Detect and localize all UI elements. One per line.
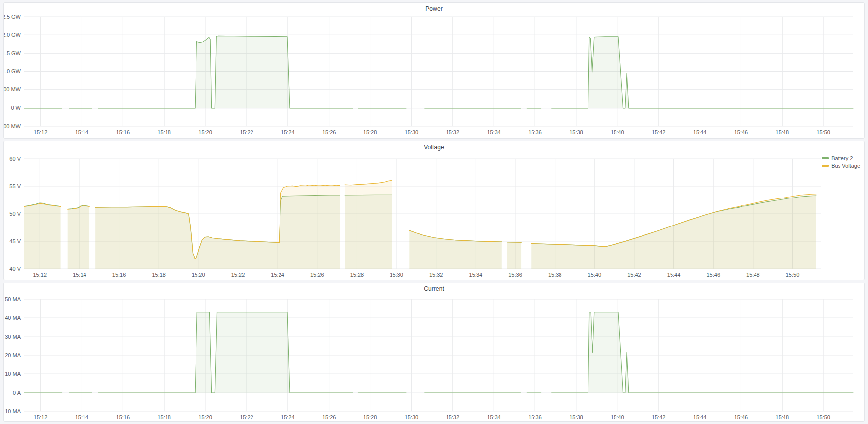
svg-text:15:48: 15:48: [776, 129, 789, 135]
svg-text:15:20: 15:20: [192, 272, 205, 278]
svg-text:15:18: 15:18: [157, 129, 171, 135]
svg-text:15:16: 15:16: [116, 414, 130, 420]
svg-text:15:34: 15:34: [487, 414, 501, 420]
svg-text:60 V: 60 V: [9, 156, 21, 162]
svg-text:15:28: 15:28: [364, 129, 377, 135]
legend-label: Battery 2: [831, 155, 853, 161]
svg-text:15:34: 15:34: [469, 272, 483, 278]
svg-text:15:38: 15:38: [548, 272, 562, 278]
svg-text:15:14: 15:14: [75, 414, 89, 420]
bus-voltage-swatch-icon: [822, 165, 829, 167]
svg-text:15:38: 15:38: [569, 414, 583, 420]
svg-text:1.0 GW: 1.0 GW: [4, 68, 21, 74]
svg-text:15:42: 15:42: [627, 272, 641, 278]
svg-text:15:14: 15:14: [73, 272, 86, 278]
svg-text:15:44: 15:44: [667, 272, 681, 278]
svg-text:50 MA: 50 MA: [5, 296, 21, 302]
svg-text:0 A: 0 A: [13, 390, 21, 396]
svg-text:15:18: 15:18: [157, 414, 171, 420]
svg-text:15:22: 15:22: [231, 272, 245, 278]
svg-text:1.5 GW: 1.5 GW: [4, 50, 21, 56]
svg-text:20 MA: 20 MA: [5, 352, 21, 358]
svg-text:15:50: 15:50: [816, 414, 830, 420]
svg-text:15:32: 15:32: [446, 129, 460, 135]
svg-text:0 W: 0 W: [11, 105, 21, 111]
panel-title-power[interactable]: Power: [4, 5, 864, 12]
panel-title-current[interactable]: Current: [4, 285, 864, 292]
voltage-chart[interactable]: 40 V45 V50 V55 V60 V15:1215:1415:1615:18…: [4, 141, 864, 280]
svg-text:15:46: 15:46: [734, 129, 748, 135]
svg-text:15:28: 15:28: [350, 272, 364, 278]
legend-label: Bus Voltage: [831, 163, 860, 169]
svg-text:-10 MA: -10 MA: [4, 408, 21, 414]
svg-text:10 MA: 10 MA: [5, 371, 21, 377]
svg-text:15:50: 15:50: [816, 129, 830, 135]
svg-text:15:20: 15:20: [198, 129, 212, 135]
svg-text:2.0 GW: 2.0 GW: [4, 32, 21, 38]
svg-text:15:46: 15:46: [706, 272, 720, 278]
svg-text:15:24: 15:24: [281, 129, 295, 135]
svg-text:15:40: 15:40: [588, 272, 602, 278]
svg-text:40 V: 40 V: [9, 266, 21, 272]
dashboard: Power -500 MW0 W500 MW1.0 GW1.5 GW2.0 GW…: [3, 2, 865, 422]
svg-text:55 V: 55 V: [9, 183, 21, 189]
svg-text:2.5 GW: 2.5 GW: [4, 14, 21, 20]
svg-text:15:48: 15:48: [776, 414, 789, 420]
svg-text:15:46: 15:46: [734, 414, 748, 420]
svg-text:15:40: 15:40: [611, 414, 624, 420]
svg-text:15:32: 15:32: [446, 414, 460, 420]
svg-text:15:38: 15:38: [569, 129, 583, 135]
svg-text:15:18: 15:18: [152, 272, 166, 278]
legend-item-bus-voltage[interactable]: Bus Voltage: [822, 163, 860, 169]
panel-title-voltage[interactable]: Voltage: [4, 144, 864, 151]
panel-current: Current -10 MA0 A10 MA20 MA30 MA40 MA50 …: [3, 283, 865, 422]
svg-text:15:30: 15:30: [390, 272, 403, 278]
legend-item-battery-2[interactable]: Battery 2: [822, 155, 860, 161]
svg-text:15:30: 15:30: [405, 129, 419, 135]
svg-text:15:42: 15:42: [652, 129, 666, 135]
legend: Battery 2 Bus Voltage: [822, 155, 860, 169]
svg-text:15:44: 15:44: [693, 129, 707, 135]
svg-text:15:28: 15:28: [364, 414, 377, 420]
svg-text:15:14: 15:14: [75, 129, 89, 135]
svg-text:15:24: 15:24: [281, 414, 295, 420]
svg-text:-500 MW: -500 MW: [4, 123, 21, 129]
svg-text:30 MA: 30 MA: [5, 334, 21, 339]
svg-text:15:26: 15:26: [322, 129, 336, 135]
panel-power: Power -500 MW0 W500 MW1.0 GW1.5 GW2.0 GW…: [3, 2, 865, 139]
svg-text:15:16: 15:16: [112, 272, 126, 278]
svg-text:15:22: 15:22: [240, 414, 253, 420]
svg-text:15:12: 15:12: [34, 129, 48, 135]
svg-text:40 MA: 40 MA: [5, 315, 21, 321]
svg-text:15:26: 15:26: [322, 414, 336, 420]
svg-text:15:22: 15:22: [240, 129, 253, 135]
svg-text:15:12: 15:12: [34, 414, 48, 420]
svg-text:15:48: 15:48: [746, 272, 760, 278]
svg-text:15:36: 15:36: [528, 129, 542, 135]
power-chart[interactable]: -500 MW0 W500 MW1.0 GW1.5 GW2.0 GW2.5 GW…: [4, 3, 864, 138]
svg-text:15:12: 15:12: [33, 272, 47, 278]
svg-text:15:32: 15:32: [429, 272, 443, 278]
svg-text:15:24: 15:24: [271, 272, 284, 278]
svg-text:15:34: 15:34: [487, 129, 501, 135]
svg-text:15:36: 15:36: [508, 272, 522, 278]
svg-text:15:40: 15:40: [611, 129, 624, 135]
svg-text:500 MW: 500 MW: [4, 86, 21, 92]
svg-text:15:44: 15:44: [693, 414, 707, 420]
svg-text:15:36: 15:36: [528, 414, 542, 420]
svg-text:15:16: 15:16: [116, 129, 130, 135]
panel-voltage: Voltage 40 V45 V50 V55 V60 V15:1215:1415…: [3, 141, 865, 280]
svg-text:15:42: 15:42: [652, 414, 666, 420]
current-chart[interactable]: -10 MA0 A10 MA20 MA30 MA40 MA50 MA15:121…: [4, 283, 864, 421]
svg-text:15:30: 15:30: [405, 414, 419, 420]
svg-text:45 V: 45 V: [9, 238, 21, 244]
svg-text:15:20: 15:20: [198, 414, 212, 420]
battery-2-swatch-icon: [822, 157, 829, 159]
svg-text:50 V: 50 V: [9, 211, 21, 217]
svg-text:15:26: 15:26: [310, 272, 324, 278]
svg-text:15:50: 15:50: [786, 272, 800, 278]
